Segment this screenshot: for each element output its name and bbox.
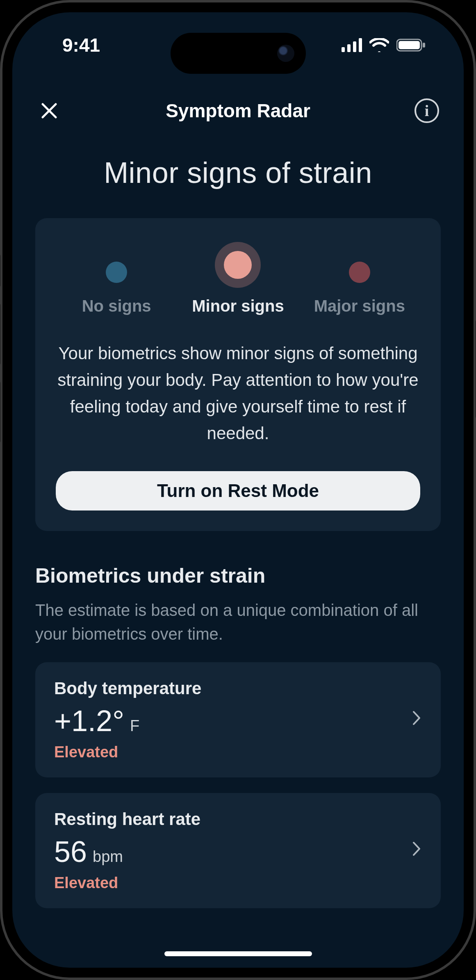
chevron-right-icon [412,710,422,729]
screen: 9:41 [12,12,464,968]
content: Minor signs of strain No signs Minor sig… [12,139,464,968]
wifi-icon [369,38,389,52]
summary-description: Your biometrics show minor signs of some… [57,340,419,447]
side-buttons [0,254,1,418]
nav-title: Symptom Radar [166,100,310,122]
summary-card: No signs Minor signs Major signs Your bi… [35,218,441,531]
status-time: 9:41 [62,34,100,56]
metric-resting-heart-rate[interactable]: Resting heart rate 56 bpm Elevated [35,793,441,908]
cellular-icon [342,38,362,52]
svg-rect-0 [342,47,345,52]
severity-legend: No signs Minor signs Major signs [56,247,420,315]
svg-rect-5 [399,41,420,49]
dynamic-island [171,33,306,74]
legend-no-signs: No signs [56,262,177,315]
svg-rect-3 [359,38,362,52]
chevron-right-icon [412,841,422,860]
dot-minor-signs [224,251,252,279]
svg-rect-1 [347,44,351,52]
biometrics-section: Biometrics under strain The estimate is … [35,564,441,908]
page-title: Minor signs of strain [35,156,441,189]
metric-status: Elevated [54,874,200,892]
nav-bar: Symptom Radar i [12,90,464,131]
rest-mode-button[interactable]: Turn on Rest Mode [56,471,420,511]
close-button[interactable] [37,98,61,123]
status-icons [342,38,426,52]
metric-body-temperature[interactable]: Body temperature +1.2° F Elevated [35,662,441,777]
home-indicator[interactable] [164,951,312,956]
metric-name: Body temperature [54,679,201,698]
metric-unit: F [130,717,139,735]
metric-value: 56 [54,835,87,868]
legend-label: No signs [82,297,151,315]
info-icon: i [425,102,429,120]
phone-frame: 9:41 [0,0,476,980]
metric-unit: bpm [93,848,123,866]
section-subtitle: The estimate is based on a unique combin… [35,598,441,646]
svg-rect-6 [423,43,425,48]
legend-major-signs: Major signs [299,262,420,315]
metric-name: Resting heart rate [54,809,200,829]
legend-label: Minor signs [192,297,284,315]
dot-no-signs [106,262,127,283]
dot-major-signs [349,262,370,283]
info-button[interactable]: i [415,98,439,123]
svg-rect-2 [353,41,356,52]
legend-label: Major signs [314,297,405,315]
section-title: Biometrics under strain [35,564,441,588]
metric-value: +1.2° [54,704,124,738]
metric-status: Elevated [54,743,201,761]
battery-icon [396,38,426,52]
legend-minor-signs: Minor signs [177,247,298,315]
